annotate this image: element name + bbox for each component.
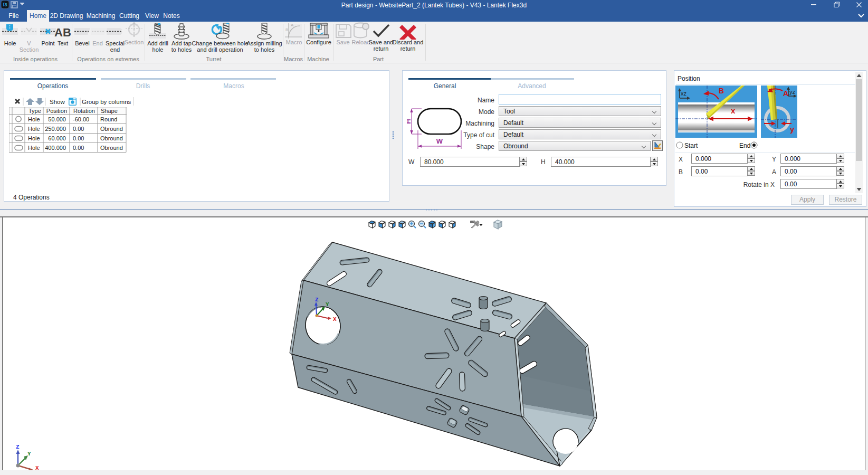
svg-text:B: B <box>719 87 724 95</box>
svg-text:X: X <box>35 465 39 470</box>
svg-text:0.00: 0.00 <box>73 145 84 151</box>
svg-text:W: W <box>436 137 443 145</box>
svg-text:60.000: 60.000 <box>48 135 66 141</box>
svg-text:Obround: Obround <box>100 145 123 151</box>
svg-text:y: y <box>790 125 795 134</box>
svg-text:xz: xz <box>681 90 686 97</box>
svg-text:Obround: Obround <box>100 126 123 132</box>
svg-text:-60.00: -60.00 <box>73 116 89 122</box>
svg-text:Shape: Shape <box>101 108 118 114</box>
svg-text:A: A <box>291 23 294 27</box>
svg-text:yz: yz <box>789 89 795 95</box>
svg-text:Rotation: Rotation <box>73 108 95 114</box>
svg-text:Z: Z <box>315 297 319 303</box>
svg-text:AB: AB <box>54 26 71 39</box>
svg-text:Hole: Hole <box>28 126 40 132</box>
svg-text:Y: Y <box>27 451 31 457</box>
svg-text:Obround: Obround <box>100 135 123 141</box>
svg-text:Position: Position <box>46 108 67 114</box>
svg-text:Hole: Hole <box>28 116 40 122</box>
svg-text:Z: Z <box>16 444 20 450</box>
svg-text:Round: Round <box>100 116 117 122</box>
svg-text:x: x <box>731 106 736 115</box>
svg-text:50.000: 50.000 <box>48 116 66 122</box>
svg-text:0.00: 0.00 <box>73 135 84 141</box>
svg-text:0.00: 0.00 <box>73 126 84 132</box>
svg-text:B: B <box>285 27 288 32</box>
svg-text:X: X <box>333 316 337 322</box>
svg-text:Hole: Hole <box>28 135 40 141</box>
svg-text:A: A <box>783 89 788 98</box>
svg-text:H: H <box>407 119 412 124</box>
svg-text:Hole: Hole <box>28 145 40 151</box>
svg-text:250.000: 250.000 <box>45 126 66 132</box>
svg-text:400.000: 400.000 <box>45 145 66 151</box>
svg-text:Type: Type <box>28 108 41 114</box>
svg-text:Y: Y <box>326 301 329 308</box>
